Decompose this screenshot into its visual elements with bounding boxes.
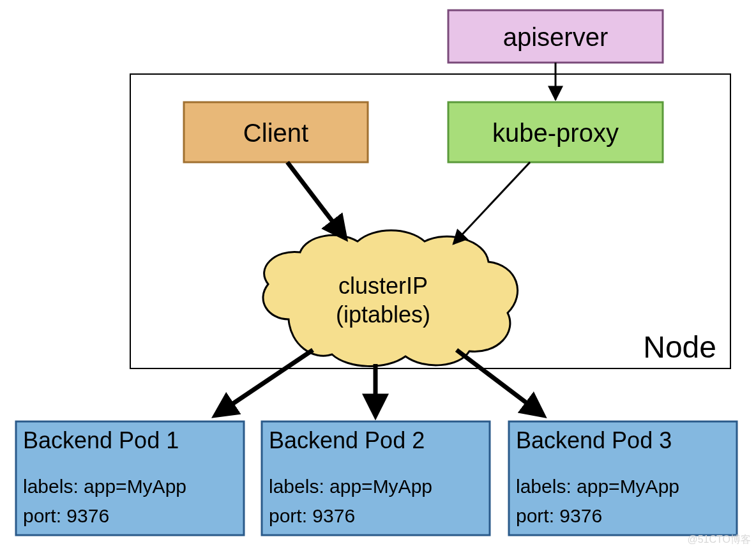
backend-pod-3-labels: labels: app=MyApp (516, 476, 679, 497)
clusterip-line1: clusterIP (338, 273, 428, 299)
backend-pod-1-labels: labels: app=MyApp (23, 476, 186, 497)
client-box: Client (184, 102, 368, 162)
watermark: @51CTO博客 (687, 534, 751, 545)
node-label: Node (643, 330, 716, 364)
backend-pod-2-port: port: 9376 (269, 505, 355, 526)
clusterip-cloud: clusterIP (iptables) (263, 231, 518, 367)
clusterip-line2: (iptables) (336, 301, 430, 328)
backend-pod-3-title: Backend Pod 3 (516, 427, 672, 453)
client-label: Client (243, 119, 308, 147)
arrow-cluster-to-pod1 (216, 350, 313, 415)
backend-pod-2-labels: labels: app=MyApp (269, 476, 432, 497)
backend-pod-2-title: Backend Pod 2 (269, 427, 425, 453)
apiserver-label: apiserver (503, 23, 609, 51)
arrow-client-to-cluster (287, 162, 345, 238)
apiserver-box: apiserver (448, 10, 663, 63)
backend-pod-3: Backend Pod 3 labels: app=MyApp port: 93… (509, 421, 737, 535)
backend-pod-1-port: port: 9376 (23, 505, 109, 526)
kubeproxy-label: kube-proxy (492, 119, 619, 147)
backend-pod-3-port: port: 9376 (516, 505, 602, 526)
backend-pod-1-title: Backend Pod 1 (23, 427, 179, 453)
backend-pod-1: Backend Pod 1 labels: app=MyApp port: 93… (16, 421, 244, 535)
kubeproxy-box: kube-proxy (448, 102, 663, 162)
arrow-kubeproxy-to-cluster (453, 162, 530, 244)
backend-pod-2: Backend Pod 2 labels: app=MyApp port: 93… (262, 421, 490, 535)
arrow-cluster-to-pod3 (457, 350, 543, 415)
